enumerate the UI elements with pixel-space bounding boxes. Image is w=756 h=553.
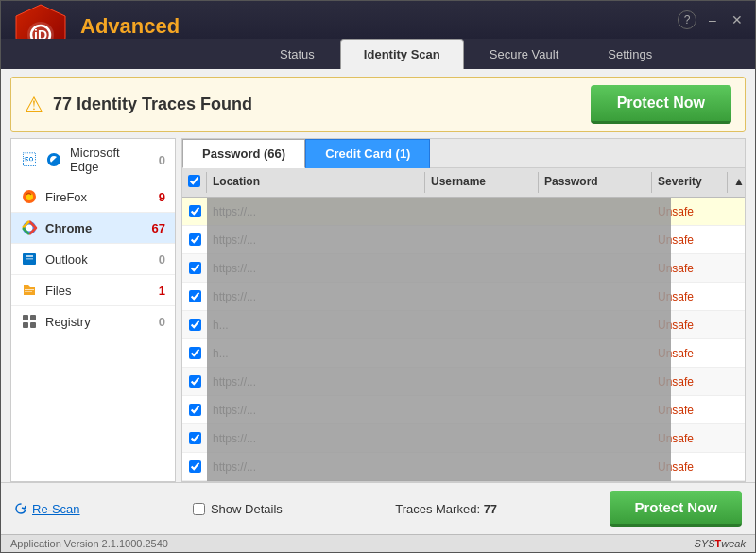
show-details: Show Details bbox=[193, 502, 283, 516]
sidebar-label-registry: Registry bbox=[45, 315, 143, 329]
version-text: Application Version 2.1.1000.2540 bbox=[10, 538, 168, 549]
protect-now-button-top[interactable]: Protect Now bbox=[591, 85, 731, 124]
tab-settings[interactable]: Settings bbox=[584, 39, 676, 69]
row-location: h... bbox=[207, 316, 425, 335]
table-row[interactable]: https://... Unsafe bbox=[182, 283, 745, 311]
sidebar-item-files[interactable]: Files 1 bbox=[11, 275, 175, 306]
sidebar-item-registry[interactable]: Registry 0 bbox=[11, 306, 175, 337]
registry-icon bbox=[21, 313, 38, 330]
rescan-link[interactable]: Re-Scan bbox=[14, 502, 80, 516]
svg-rect-8 bbox=[26, 255, 33, 257]
row-location: https://... bbox=[207, 287, 425, 306]
app-title-advanced: Advanced bbox=[80, 14, 195, 39]
content-panel: Password (66) Credit Card (1) Location U… bbox=[181, 138, 746, 482]
row-severity: Unsafe bbox=[652, 202, 728, 221]
th-location: Location bbox=[207, 172, 425, 193]
main-content: ⚠ 77 Identity Traces Found Protect Now … bbox=[1, 69, 755, 534]
svg-rect-12 bbox=[23, 315, 28, 320]
minimize-button[interactable]: – bbox=[704, 11, 721, 28]
alert-left: ⚠ 77 Identity Traces Found bbox=[25, 93, 252, 117]
subtab-credit-card[interactable]: Credit Card (1) bbox=[305, 139, 430, 168]
th-password: Password bbox=[539, 172, 652, 193]
sidebar-count-firefox: 9 bbox=[150, 190, 165, 204]
tab-secure-vault[interactable]: Secure Vault bbox=[466, 39, 582, 69]
help-button[interactable]: ? bbox=[678, 10, 696, 29]
table-row[interactable]: https://... Unsafe bbox=[182, 396, 745, 424]
sidebar-count-files: 1 bbox=[150, 284, 165, 298]
table-header: Location Username Password Severity ▲ bbox=[182, 168, 745, 198]
rescan-icon bbox=[14, 502, 27, 515]
files-icon bbox=[21, 282, 38, 299]
table-row[interactable]: https://... Unsafe bbox=[182, 424, 745, 453]
chrome-icon bbox=[21, 219, 38, 236]
warning-icon: ⚠ bbox=[25, 93, 43, 117]
close-button[interactable]: ✕ bbox=[729, 11, 746, 28]
sidebar-label-chrome: Chrome bbox=[45, 221, 143, 235]
outlook-icon bbox=[21, 251, 38, 268]
tab-bar: Status Identity Scan Secure Vault Settin… bbox=[1, 39, 755, 69]
subtab-bar: Password (66) Credit Card (1) bbox=[182, 139, 745, 168]
row-username bbox=[425, 209, 539, 215]
table-row[interactable]: https://... Unsafe bbox=[182, 198, 745, 226]
sidebar-label-outlook: Outlook bbox=[45, 252, 143, 267]
firefox-icon bbox=[21, 188, 38, 205]
sidebar-label-files: Files bbox=[45, 284, 143, 298]
edge-icon:  bbox=[21, 151, 38, 168]
sidebar-count-chrome: 67 bbox=[150, 221, 165, 235]
row-location: https://... bbox=[207, 372, 425, 391]
sidebar-count-edge: 0 bbox=[150, 153, 165, 167]
row-checkbox-cell[interactable] bbox=[182, 202, 207, 220]
th-checkbox bbox=[182, 172, 207, 193]
row-location: https://... bbox=[207, 231, 425, 250]
table-row[interactable]: h... Unsafe bbox=[182, 311, 745, 339]
table-row[interactable]: h... Unsafe bbox=[182, 339, 745, 368]
svg-point-6 bbox=[26, 225, 33, 232]
edge-icon-svg bbox=[45, 151, 62, 168]
svg-rect-10 bbox=[25, 289, 34, 290]
svg-rect-11 bbox=[25, 291, 32, 292]
svg-rect-15 bbox=[30, 322, 36, 328]
svg-rect-14 bbox=[23, 322, 28, 328]
app-window: iD Advanced Identity Protector ? – ✕ Sta… bbox=[0, 0, 756, 553]
sidebar-item-chrome[interactable]: Chrome 67 bbox=[11, 213, 175, 244]
th-scroll: ▲ bbox=[728, 172, 745, 193]
table-row[interactable]: https://... Unsafe bbox=[182, 254, 745, 283]
th-severity: Severity bbox=[652, 172, 728, 193]
show-details-label: Show Details bbox=[211, 502, 283, 516]
sidebar:  Microsoft Edge 0 FireFox 9 bbox=[10, 138, 176, 482]
row-location: https://... bbox=[207, 458, 425, 476]
rescan-label: Re-Scan bbox=[32, 502, 80, 516]
tab-status[interactable]: Status bbox=[256, 39, 338, 69]
table-row[interactable]: https://... Unsafe bbox=[182, 368, 745, 396]
sidebar-count-registry: 0 bbox=[150, 315, 165, 329]
svg-rect-9 bbox=[26, 258, 33, 260]
table-row[interactable]: https://... Unsafe bbox=[182, 226, 745, 254]
brand-text: SYSTweak bbox=[695, 538, 746, 549]
title-bar: iD Advanced Identity Protector ? – ✕ Sta… bbox=[1, 1, 755, 69]
sidebar-count-outlook: 0 bbox=[150, 252, 165, 267]
table-body: https://... Unsafe https://... Unsafe bbox=[182, 198, 745, 481]
th-username: Username bbox=[425, 172, 539, 193]
sidebar-item-outlook[interactable]: Outlook 0 bbox=[11, 244, 175, 275]
subtab-password[interactable]: Password (66) bbox=[182, 139, 305, 168]
protect-now-button-bottom[interactable]: Protect Now bbox=[610, 491, 742, 527]
traces-count: 77 bbox=[484, 502, 497, 516]
body-area:  Microsoft Edge 0 FireFox 9 bbox=[10, 138, 746, 482]
show-details-checkbox[interactable] bbox=[193, 503, 205, 515]
sidebar-label-edge: Microsoft Edge bbox=[70, 146, 143, 174]
row-location: https://... bbox=[207, 401, 425, 420]
row-extra bbox=[728, 209, 745, 215]
table-row[interactable]: https://... Unsafe bbox=[182, 453, 745, 481]
sidebar-item-firefox[interactable]: FireFox 9 bbox=[11, 181, 175, 213]
title-bar-controls: ? – ✕ bbox=[678, 10, 746, 29]
bottom-bar: Application Version 2.1.1000.2540 SYSTwe… bbox=[1, 534, 755, 552]
row-location: https://... bbox=[207, 202, 425, 221]
row-location: h... bbox=[207, 344, 425, 363]
row-location: https://... bbox=[207, 429, 425, 448]
sidebar-item-edge[interactable]:  Microsoft Edge 0 bbox=[11, 139, 175, 181]
alert-text: 77 Identity Traces Found bbox=[53, 95, 252, 114]
select-all-checkbox[interactable] bbox=[188, 175, 200, 187]
traces-info: Traces Marked: 77 bbox=[395, 502, 497, 516]
tab-identity-scan[interactable]: Identity Scan bbox=[340, 39, 464, 69]
row-location: https://... bbox=[207, 259, 425, 278]
